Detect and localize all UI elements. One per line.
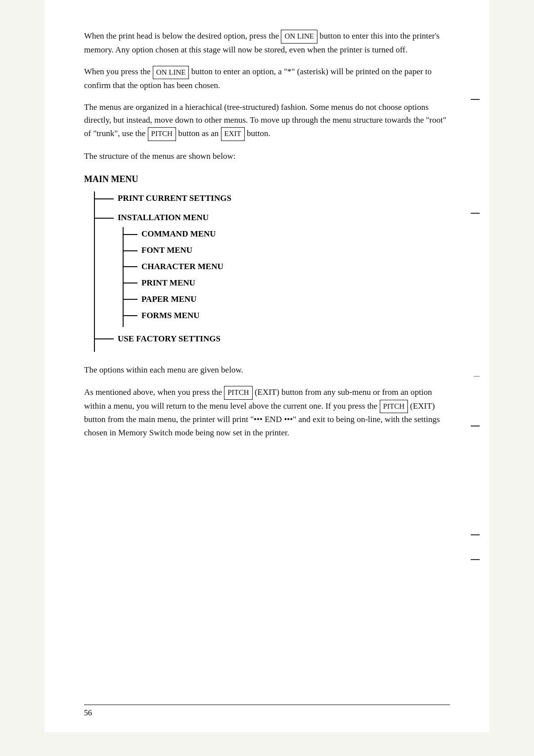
print-current-label: PRINT CURRENT SETTINGS — [118, 191, 231, 206]
tree-item-command: COMMAND MENU — [124, 227, 450, 241]
p6-text-before: As mentioned above, when you press the — [84, 387, 222, 397]
exit-button-1: EXIT — [221, 127, 245, 141]
main-menu-title: MAIN MENU — [84, 172, 450, 187]
p2-text-before: When you press the — [84, 67, 151, 76]
paragraph-5: The options within each menu are given b… — [84, 364, 450, 377]
font-menu-label: FONT MENU — [141, 243, 192, 258]
tree-item-font: FONT MENU — [124, 243, 450, 258]
paragraph-3: The menus are organized in a hierachical… — [84, 101, 450, 141]
command-menu-label: COMMAND MENU — [141, 227, 216, 241]
menu-structure: MAIN MENU PRINT CURRENT SETTINGS INSTALL… — [84, 172, 450, 352]
tree-item-installation: INSTALLATION MENU — [95, 211, 450, 225]
tree-item-print-current: PRINT CURRENT SETTINGS — [95, 191, 450, 206]
margin-mark-6 — [471, 559, 480, 560]
installation-label: INSTALLATION MENU — [118, 211, 209, 225]
page-number: 56 — [84, 709, 92, 717]
margin-mark-5 — [471, 534, 480, 535]
online-button-2: ON LINE — [153, 66, 189, 79]
pitch-button-3: PITCH — [380, 400, 408, 413]
factory-settings-label: USE FACTORY SETTINGS — [118, 332, 221, 346]
page: When the print head is below the desired… — [44, 0, 490, 732]
p3-end: button. — [247, 129, 270, 138]
margin-mark-3 — [474, 376, 480, 377]
tree-item-factory: USE FACTORY SETTINGS — [95, 332, 450, 346]
pitch-button-1: PITCH — [148, 127, 176, 141]
paper-menu-label: PAPER MENU — [141, 292, 197, 307]
tree-item-paper: PAPER MENU — [124, 292, 450, 307]
paragraph-2: When you press the ON LINE button to ent… — [84, 65, 450, 92]
margin-mark-4 — [471, 425, 480, 426]
online-button-1: ON LINE — [281, 30, 317, 43]
bottom-rule — [84, 705, 450, 705]
margin-mark-1 — [471, 99, 480, 100]
print-menu-label: PRINT MENU — [141, 276, 195, 290]
tree-item-print-menu: PRINT MENU — [124, 276, 450, 290]
tree-item-forms: FORMS MENU — [124, 309, 450, 323]
paragraph-6: As mentioned above, when you press the P… — [84, 386, 450, 439]
pitch-button-2: PITCH — [224, 386, 252, 399]
p3-mid: button as an — [178, 129, 221, 138]
margin-mark-2 — [471, 213, 480, 214]
character-menu-label: CHARACTER MENU — [141, 260, 223, 274]
paragraph-4: The structure of the menus are shown bel… — [84, 150, 450, 163]
paragraph-1: When the print head is below the desired… — [84, 30, 450, 56]
installation-menu-group: INSTALLATION MENU COMMAND MENU FONT MENU — [95, 211, 450, 327]
p1-text-before: When the print head is below the desired… — [84, 31, 279, 41]
forms-menu-label: FORMS MENU — [141, 309, 200, 323]
tree-item-character: CHARACTER MENU — [124, 260, 450, 274]
